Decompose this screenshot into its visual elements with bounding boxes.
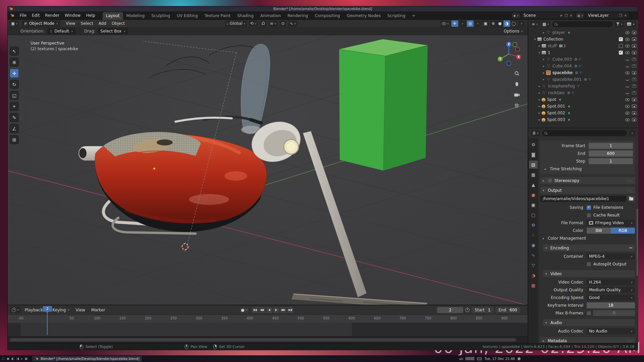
meshdata-icon[interactable] [579,64,581,68]
options-dropdown[interactable]: Options∨ [504,29,523,34]
outliner-row[interactable]: ▸ Spot.003 [528,116,638,123]
RGB-toggle[interactable]: RGB [611,228,635,234]
disclosure-icon[interactable]: ▾ [533,38,537,41]
meshdata-icon[interactable] [580,71,582,74]
checkbox[interactable] [587,311,591,315]
transport-button[interactable]: ◀◆ [259,307,265,313]
tool-button[interactable]: ⊞ [10,135,19,144]
taskbar-clock[interactable]: Tue, 17 Dec 21:48 [484,357,515,361]
playhead-badge[interactable]: 2 [43,306,52,312]
eyec-icon[interactable] [625,65,630,67]
browse-scene-button[interactable]: ◆∨ [512,12,520,18]
workspace-tab[interactable]: Geometry Nodes [343,12,384,20]
tool-button[interactable]: ∠ [10,124,19,133]
viewport-menu-item[interactable]: Add [96,20,109,26]
Output Quality-dropdown[interactable]: Medium Quality∨ [587,287,635,293]
File Extensions-checkbox[interactable] [587,205,591,210]
playhead-line[interactable] [47,311,48,335]
launcher-icon[interactable]: ▸ [21,357,23,360]
keyboard-icon[interactable] [477,357,482,360]
outliner-row[interactable]: ▸ Spot [528,96,638,103]
check-icon[interactable] [619,51,623,55]
tool-button[interactable]: ◱ [10,91,19,100]
frame-start-field[interactable]: Start1 [472,307,493,313]
Frame Start-field[interactable]: 1 [589,143,633,149]
Encoding-panel-header[interactable]: ▾Encoding≔ [543,244,635,251]
tool-button[interactable]: ↻ [10,80,19,89]
auto-keying-button[interactable]: ●∨ [240,307,249,313]
meshdata-icon[interactable] [572,91,574,95]
properties-tab[interactable]: ▤ [529,161,538,169]
outliner-row[interactable]: ▸ Cube.004 [528,63,638,69]
tool-button[interactable]: ⌖ [10,102,19,111]
menu-item[interactable]: Help [83,12,98,19]
lightdata-icon[interactable] [568,111,571,115]
eye-icon[interactable] [625,71,630,74]
timeline-menu-item[interactable]: Marker [89,307,107,313]
xray-toggle[interactable]: ▣ [482,20,489,27]
wrench-icon[interactable] [567,91,571,95]
properties-search-input[interactable] [542,130,627,136]
meshdata-icon[interactable] [589,78,591,81]
close-icon[interactable]: ✕ [570,14,572,17]
uncheck-icon[interactable] [619,44,623,48]
keyboard-layout-indicator[interactable]: us [459,357,463,361]
outliner-row[interactable]: ▸ stuff [528,43,638,49]
Output-panel-header[interactable]: ▾Output:::: [540,187,635,194]
Max B-frames-field[interactable]: 0 [593,310,635,316]
properties-tab[interactable]: ▩ [529,281,538,289]
viewport-menu-item[interactable]: Object [109,20,127,26]
outliner-row[interactable]: ▸ player [528,29,638,36]
window-titlebar[interactable]: Blender* [/home/amalie/Desktop/blender/s… [8,6,638,11]
wrench-icon[interactable] [584,77,587,82]
visibility-dropdown[interactable]: ∨ [440,20,450,27]
timeline-ruler[interactable]: -505010015020025030035040045050055060065… [8,315,528,323]
cam-icon[interactable] [632,98,636,101]
timeline-menu-item[interactable]: View [73,307,87,313]
menu-item[interactable]: Window [62,12,83,19]
cam-icon[interactable] [632,51,636,54]
orientation-dropdown[interactable]: ⟂Global∨ [225,20,247,27]
cam-icon[interactable] [632,111,636,115]
navigation-gizmo[interactable]: Z Y X [495,40,523,68]
eye-icon[interactable] [625,98,630,101]
outliner-row[interactable]: ▸ Spot.001 [528,103,638,110]
launcher-icon[interactable]: ◨ [16,357,19,360]
disclosure-icon[interactable]: ▸ [537,98,542,101]
outliner-row[interactable]: ▸ IcosphereFog [528,83,638,89]
eye-icon[interactable] [625,51,630,54]
eye-icon[interactable] [625,105,630,108]
properties-tab[interactable]: ▽ [529,261,538,269]
properties-tab[interactable]: ▲ [529,181,538,189]
zoom-icon[interactable] [514,70,520,77]
pan-hand-icon[interactable] [514,81,520,87]
properties-tab[interactable]: ∿ [529,251,538,259]
gizmo-dropdown[interactable]: ∨ [459,20,466,27]
properties-tab[interactable]: ▢ [529,211,538,219]
disclosure-icon[interactable]: ▸ [541,78,546,81]
copy-icon[interactable]: ❐ [619,14,622,17]
properties-tab[interactable]: ▣ [529,201,538,209]
Audio Codec-dropdown[interactable]: No Audio∨ [587,328,635,334]
shading-rendered-button[interactable]: ◯ [510,20,517,27]
BW-toggle[interactable]: BW [587,228,611,234]
workspace-tab[interactable]: Sculpting [148,12,173,20]
frame-end-field[interactable]: End600 [495,307,520,313]
grid-ortho-icon[interactable] [514,102,520,109]
Stereoscopy-panel-header[interactable]: ▸Stereoscopy:::: [540,177,635,184]
browse-viewlayer-button[interactable]: ▦∨ [576,12,585,18]
menu-item[interactable]: File [17,12,29,19]
workspace-tab[interactable]: + [409,12,419,20]
Cache Result-checkbox[interactable] [587,213,591,218]
disclosure-icon[interactable]: ▸ [537,91,542,95]
camx-icon[interactable] [632,64,636,68]
workspace-tab[interactable]: Shading [234,12,257,20]
outliner-row[interactable]: ▸ rockGeo [528,89,638,96]
Color Management-subpanel[interactable]: ▸Color Management [540,235,635,242]
properties-tab[interactable]: ∴ [529,231,538,239]
camx-icon[interactable] [632,84,636,88]
timeline-scrollbar[interactable] [8,336,528,344]
shading-dropdown[interactable]: ∨ [518,20,525,27]
transport-button[interactable]: ▮◀ [252,307,258,313]
properties-editor-type-button[interactable]: ≣∨ [531,130,540,136]
